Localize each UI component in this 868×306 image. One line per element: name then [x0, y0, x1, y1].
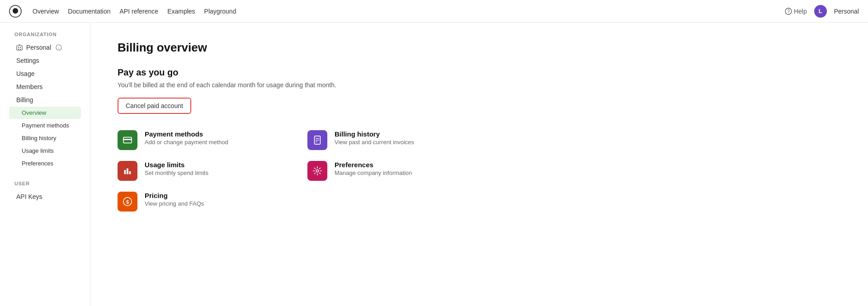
- sidebar-item-usage[interactable]: Usage: [9, 67, 81, 80]
- nav-links: Overview Documentation API reference Exa…: [33, 6, 236, 17]
- card-preferences-desc: Manage company information: [335, 169, 412, 176]
- preferences-icon: [307, 161, 327, 181]
- nav-overview[interactable]: Overview: [33, 6, 59, 17]
- card-payment-methods-text: Payment methods Add or change payment me…: [145, 130, 228, 146]
- payment-methods-icon: [118, 130, 137, 150]
- card-preferences-text: Preferences Manage company information: [335, 161, 412, 176]
- top-nav: Overview Documentation API reference Exa…: [0, 0, 868, 23]
- svg-rect-5: [20, 47, 21, 48]
- sidebar-org-name: Personal: [26, 44, 51, 51]
- personal-label: Personal: [834, 8, 859, 15]
- bar-chart-icon: [123, 166, 132, 176]
- user-section-label: USER: [7, 181, 83, 190]
- sidebar-item-preferences[interactable]: Preferences: [9, 157, 81, 169]
- openai-logo[interactable]: [9, 5, 22, 18]
- svg-rect-3: [17, 46, 22, 50]
- card-usage-limits[interactable]: Usage limits Set monthly spend limits: [118, 161, 280, 181]
- org-section-label: ORGANIZATION: [7, 32, 83, 41]
- svg-text:i: i: [58, 46, 59, 50]
- sidebar: ORGANIZATION Personal i Settings Usage: [0, 23, 90, 306]
- billing-history-icon: [307, 130, 327, 150]
- card-preferences-title: Preferences: [335, 161, 412, 169]
- main-content: Billing overview Pay as you go You'll be…: [90, 23, 868, 306]
- svg-rect-6: [18, 49, 19, 50]
- avatar-letter: L: [819, 8, 822, 14]
- svg-point-19: [316, 169, 319, 172]
- page-title: Billing overview: [118, 41, 841, 55]
- usage-limits-icon: [118, 161, 137, 181]
- card-payment-methods-title: Payment methods: [145, 130, 228, 138]
- help-button[interactable]: ? Help: [785, 8, 807, 15]
- svg-rect-17: [127, 169, 128, 174]
- sidebar-item-personal[interactable]: Personal i: [9, 41, 81, 54]
- card-pricing-text: Pricing View pricing and FAQs: [145, 192, 204, 207]
- card-usage-limits-title: Usage limits: [145, 161, 208, 169]
- section-desc: You'll be billed at the end of each cale…: [118, 81, 841, 89]
- sidebar-item-billing[interactable]: Billing: [9, 94, 81, 106]
- sidebar-item-api-keys[interactable]: API Keys: [9, 190, 81, 203]
- nav-playground[interactable]: Playground: [204, 6, 236, 17]
- info-icon: i: [56, 44, 62, 51]
- nav-documentation[interactable]: Documentation: [68, 6, 110, 17]
- svg-text:?: ?: [787, 9, 790, 14]
- svg-rect-4: [18, 47, 19, 48]
- nav-api-reference[interactable]: API reference: [120, 6, 159, 17]
- sidebar-item-usage-limits[interactable]: Usage limits: [9, 145, 81, 157]
- dollar-icon: $: [123, 197, 132, 207]
- section-title: Pay as you go: [118, 67, 841, 78]
- credit-card-icon: [123, 135, 132, 145]
- card-pricing-desc: View pricing and FAQs: [145, 200, 204, 207]
- help-icon: ?: [785, 8, 792, 15]
- card-billing-history-desc: View past and current invoices: [335, 139, 414, 146]
- card-billing-history[interactable]: Billing history View past and current in…: [307, 130, 470, 150]
- sidebar-item-overview[interactable]: Overview: [9, 107, 81, 119]
- card-billing-history-text: Billing history View past and current in…: [335, 130, 414, 146]
- nav-right: ? Help L Personal: [785, 5, 859, 18]
- sidebar-item-settings[interactable]: Settings: [9, 54, 81, 67]
- sidebar-item-payment-methods[interactable]: Payment methods: [9, 119, 81, 132]
- sidebar-item-billing-history[interactable]: Billing history: [9, 132, 81, 144]
- card-billing-history-title: Billing history: [335, 130, 414, 138]
- card-payment-methods[interactable]: Payment methods Add or change payment me…: [118, 130, 280, 150]
- sidebar-item-members[interactable]: Members: [9, 80, 81, 93]
- help-label: Help: [794, 8, 807, 15]
- card-usage-limits-desc: Set monthly spend limits: [145, 169, 208, 176]
- card-preferences[interactable]: Preferences Manage company information: [307, 161, 470, 181]
- card-usage-limits-text: Usage limits Set monthly spend limits: [145, 161, 208, 176]
- cards-grid: Payment methods Add or change payment me…: [118, 130, 470, 212]
- svg-rect-7: [20, 49, 21, 50]
- building-icon: [16, 44, 23, 51]
- gear-icon: [312, 166, 322, 176]
- pricing-icon: $: [118, 192, 137, 212]
- svg-rect-18: [129, 171, 131, 174]
- avatar[interactable]: L: [814, 5, 827, 18]
- svg-rect-11: [123, 139, 132, 140]
- card-payment-methods-desc: Add or change payment method: [145, 139, 228, 146]
- card-pricing-title: Pricing: [145, 192, 204, 199]
- document-icon: [312, 135, 322, 145]
- svg-rect-16: [124, 170, 126, 174]
- card-pricing[interactable]: $ Pricing View pricing and FAQs: [118, 192, 280, 212]
- svg-text:$: $: [126, 199, 129, 205]
- nav-examples[interactable]: Examples: [167, 6, 195, 17]
- cancel-paid-account-button[interactable]: Cancel paid account: [118, 98, 191, 114]
- layout: ORGANIZATION Personal i Settings Usage: [0, 23, 868, 306]
